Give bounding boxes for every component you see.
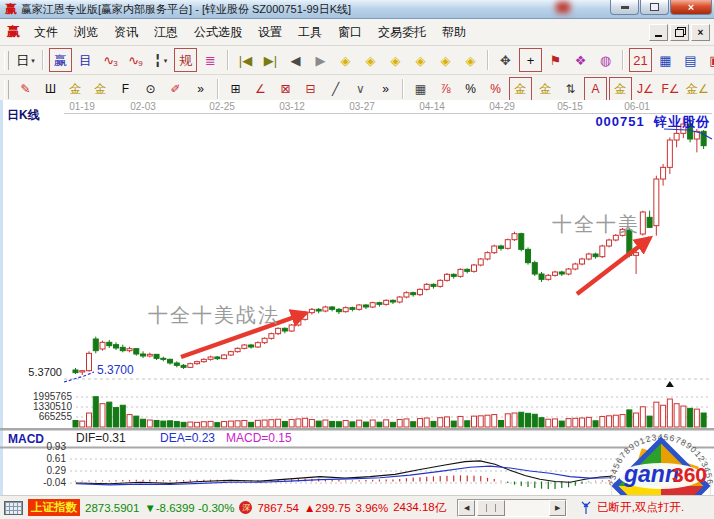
scrollbar-thumb[interactable]	[477, 500, 505, 516]
close-button[interactable]: ×	[670, 0, 712, 15]
measure-pen-icon[interactable]: ✐	[164, 77, 187, 101]
gold-lines-icon[interactable]: 金	[534, 77, 557, 101]
crosshair-icon[interactable]: +	[519, 48, 542, 72]
mdi-restore-button[interactable]	[670, 24, 689, 41]
diamond-right-icon-glyph: ◈	[341, 54, 351, 67]
maximize-icon	[650, 3, 659, 11]
gold-box-icon-glyph: 金	[615, 83, 627, 95]
sh-index-badge[interactable]: 上证指数	[28, 499, 80, 516]
f-angle-icon[interactable]: F∠	[659, 77, 682, 101]
last-bar-icon[interactable]: ▶|	[259, 48, 282, 72]
first-bar-icon-glyph: |◀	[239, 54, 252, 67]
menu-窗口[interactable]: 窗口	[330, 20, 370, 45]
menu-帮助[interactable]: 帮助	[434, 20, 474, 45]
diamond-4way-icon[interactable]: ◈	[434, 48, 457, 72]
toolbar-gripper	[4, 80, 9, 99]
percent-retrace-icon[interactable]: ⅞	[434, 77, 457, 101]
fibonacci-grid-icon[interactable]: F	[114, 77, 137, 101]
keyboard-icon[interactable]	[4, 501, 23, 515]
cloud-tool-icon[interactable]: ◍	[594, 48, 617, 72]
menu-设置[interactable]: 设置	[250, 20, 290, 45]
diamond-vertical-icon-glyph: ◈	[466, 54, 476, 67]
scroll-right-icon[interactable]: ▶	[549, 500, 566, 516]
mdi-minimize-icon	[655, 35, 662, 37]
trend-line-icon[interactable]: ╱	[324, 77, 347, 101]
notes-icon[interactable]: ▤	[679, 48, 702, 72]
minute-chart-9-icon[interactable]: ∿9	[124, 48, 147, 72]
sz-index-value: 7867.54	[257, 502, 299, 514]
gold-grid-icon[interactable]: 金	[64, 77, 87, 101]
diamond-vertical-icon[interactable]: ◈	[459, 48, 482, 72]
spiral-icon[interactable]: ⊙	[139, 77, 162, 101]
prev-bar-icon-glyph: ◀	[291, 54, 301, 67]
menu-资讯[interactable]: 资讯	[106, 20, 146, 45]
f10-data-icon[interactable]: 目	[74, 48, 97, 72]
price-pen-icon[interactable]: ⇅	[559, 77, 582, 101]
title-bar[interactable]: 赢 赢家江恩专业版[赢家内部服务平台] - [锌业股份 SZ000751-99日…	[0, 0, 714, 19]
prev-bar-icon[interactable]: ◀	[284, 48, 307, 72]
diamond-horizontal-icon[interactable]: ◈	[409, 48, 432, 72]
diamond-x-icon[interactable]: ◈	[384, 48, 407, 72]
gold-grid-2-icon[interactable]: 金	[89, 77, 112, 101]
app-logo-icon-small: 赢	[7, 23, 20, 41]
indicator-panel-icon[interactable]: 规	[174, 48, 197, 72]
dropdown-arrow-icon[interactable]: ▾	[164, 57, 168, 64]
mdi-close-button[interactable]: ×	[691, 24, 710, 41]
calculator-icon-glyph: ▦	[659, 54, 671, 67]
minimize-button[interactable]	[610, 0, 639, 15]
kline-period-icon[interactable]: 日▾	[14, 48, 37, 72]
stats-table-icon[interactable]: ▦	[409, 77, 432, 101]
dropdown-arrow-icon[interactable]: ▾	[31, 57, 35, 64]
trend-line-icon-glyph: ╱	[332, 83, 339, 95]
menu-浏览[interactable]: 浏览	[66, 20, 106, 45]
time-grid-icon[interactable]: Ш	[39, 77, 62, 101]
menu-工具[interactable]: 工具	[290, 20, 330, 45]
connection-status-text[interactable]: 已断开,双点打开.	[597, 500, 684, 515]
gann-grid-icon[interactable]: ⊟	[299, 77, 322, 101]
scroll-left-icon[interactable]: ◀	[458, 500, 475, 516]
color-volume-icon[interactable]: ≣	[199, 48, 222, 72]
hand-pan-icon[interactable]: ✥	[494, 48, 517, 72]
ab-wave-icon[interactable]: A	[584, 77, 607, 101]
pen-tool-icon[interactable]: ✎	[14, 77, 37, 101]
more-tools-icon[interactable]: »	[189, 77, 212, 101]
maximize-button[interactable]	[640, 0, 669, 15]
kline-chart-panel[interactable]	[0, 100, 714, 495]
subscript: 3	[113, 60, 117, 68]
horizontal-scrollbar[interactable]: ◀ ▶	[457, 499, 567, 517]
gold-angle-icon[interactable]: 金∠	[684, 77, 711, 101]
gann-wheel-icon[interactable]: ❖	[569, 48, 592, 72]
percent-icon[interactable]: %	[459, 77, 482, 101]
gann-box-icon[interactable]: ⊠	[274, 77, 297, 101]
menu-江恩[interactable]: 江恩	[146, 20, 186, 45]
percent-icon-glyph: %	[465, 83, 476, 95]
first-bar-icon[interactable]: |◀	[234, 48, 257, 72]
gold-coin-icon-glyph: 金	[515, 83, 527, 95]
marker-flag-icon[interactable]: ⚑	[544, 48, 567, 72]
menu-公式选股[interactable]: 公式选股	[186, 20, 250, 45]
menu-交易委托[interactable]: 交易委托	[370, 20, 434, 45]
zigzag-icon[interactable]: ∨	[349, 77, 372, 101]
calendar-icon[interactable]: 21	[629, 48, 652, 72]
percent-lines-icon[interactable]: %	[484, 77, 507, 101]
mdi-minimize-button[interactable]	[649, 24, 668, 41]
calculator-icon[interactable]: ▦	[654, 48, 677, 72]
gold-angle-icon-glyph: 金∠	[686, 83, 709, 95]
diamond-right-icon[interactable]: ◈	[334, 48, 357, 72]
next-bar-icon[interactable]: ▶	[309, 48, 332, 72]
winner-info-icon[interactable]: 赢	[49, 48, 72, 72]
save-icon[interactable]: ▣	[704, 48, 714, 72]
gold-box-icon[interactable]: 金	[609, 77, 632, 101]
color-volume-icon-glyph: ≣	[205, 54, 216, 67]
gold-coin-icon[interactable]: 金	[509, 77, 532, 101]
diamond-left-icon[interactable]: ◈	[359, 48, 382, 72]
j-angle-icon[interactable]: J∠	[634, 77, 657, 101]
gann-fan-icon[interactable]: ∠	[249, 77, 272, 101]
menu-文件[interactable]: 文件	[26, 20, 66, 45]
diamond-horizontal-icon-glyph: ◈	[416, 54, 426, 67]
sz-index-icon[interactable]: 深	[239, 501, 252, 514]
minute-chart-3-icon[interactable]: ∿3	[99, 48, 122, 72]
more-tools-2-icon[interactable]: »	[374, 77, 397, 101]
window-grid-icon[interactable]: ⊞	[224, 77, 247, 101]
candle-style-icon[interactable]: ╏▾	[149, 48, 172, 72]
